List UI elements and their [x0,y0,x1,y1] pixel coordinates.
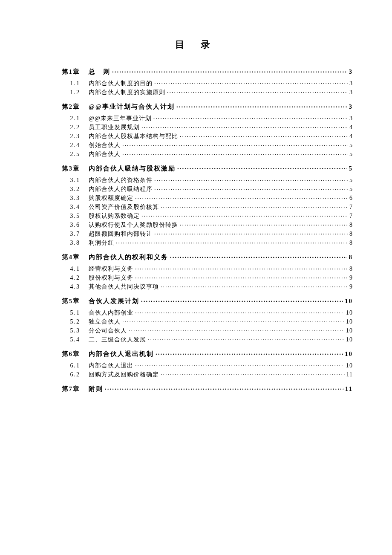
toc-entry-number: 3.7 [39,231,89,237]
toc-chapter-row: 第3章内部合伙人吸纳与股权激励5 [39,164,353,172]
toc-leader-dots [122,318,344,324]
toc-entry-label: 内部合伙人股权基本结构与配比 [89,133,180,139]
toc-sub-row: 3.4公司资产价值及股价核算7 [39,203,353,210]
toc-entry-label: 股权认购系数确定 [89,213,141,219]
toc-leader-dots [161,370,345,376]
toc-sub-row: 2.5内部合伙人5 [39,150,353,157]
toc-leader-dots [141,297,343,303]
toc-entry-page: 3 [348,81,353,87]
toc-chapter-row: 第1章总 则3 [39,67,353,75]
toc-entry-label: 分公司合伙人 [89,328,129,334]
toc-entry-page: 3 [348,90,353,95]
toc-entry-label: 回购方式及回购价格确定 [89,372,161,378]
toc-entry-page: 10 [344,310,353,316]
toc-leader-dots [135,194,348,200]
toc-leader-dots [116,239,348,245]
toc-sub-row: 6.1内部合伙人退出10 [39,361,353,369]
toc-leader-dots [135,309,344,315]
toc-chapter-row: 第2章@@事业计划与合伙人计划3 [39,102,353,110]
toc-entry-label: 公司资产价值及股价核算 [89,204,161,210]
toc-entry-page: 10 [344,363,353,369]
toc-leader-dots [105,384,343,391]
toc-entry-label: 内部合伙人制度的实施原则 [89,90,167,95]
toc-entry-number: 1.1 [39,81,89,87]
toc-entry-label: 超限额回购和内部转让 [89,231,154,237]
toc-entry-page: 8 [348,240,353,246]
toc-entry-number: 2.3 [39,133,89,139]
toc-entry-label: 合伙人发展计划 [89,298,141,304]
toc-entry-label: 创始合伙人 [89,142,122,148]
toc-sub-row: 4.3其他合伙人共同决议事项9 [39,283,353,290]
toc-entry-page: 5 [348,186,353,192]
toc-sub-row: 3.6认购权行使及个人奖励股份转换8 [39,221,353,228]
toc-entry-page: 11 [345,372,353,378]
toc-entry-label: 二、三级合伙人发展 [89,337,148,343]
toc-leader-dots [154,185,348,191]
toc-entry-label: 购股权额度确定 [89,195,135,201]
toc-entry-label: 内部合伙人的资格条件 [89,177,154,183]
toc-leader-dots [177,164,347,171]
toc-entry-label: 其他合伙人共同决议事项 [89,284,161,290]
toc-entry-label: @@事业计划与合伙人计划 [89,104,176,110]
toc-entry-label: 合伙人内部创业 [89,310,135,316]
toc-entry-page: 10 [344,319,353,325]
toc-sub-row: 3.1内部合伙人的资格条件5 [39,176,353,183]
toc-chapter-row: 第4章内部合伙人的权利和义务8 [39,253,353,260]
toc-sub-row: 5.1合伙人内部创业10 [39,309,353,316]
toc-entry-number: 3.3 [39,195,89,201]
toc-entry-page: 4 [348,133,353,139]
toc-entry-page: 10 [343,298,353,304]
toc-sub-row: 6.2回购方式及回购价格确定11 [39,370,353,378]
toc-sub-row: 3.5股权认购系数确定7 [39,212,353,219]
toc-leader-dots [167,88,348,94]
toc-entry-page: 5 [348,177,353,183]
toc-leader-dots [161,283,348,289]
toc-leader-dots [170,253,347,259]
toc-entry-label: 认购权行使及个人奖励股份转换 [89,222,180,228]
toc-entry-number: 2.2 [39,124,89,130]
toc-entry-label: 内部合伙人 [89,151,122,157]
toc-entry-page: 8 [347,254,353,260]
toc-entry-number: 4.2 [39,275,89,281]
toc-entry-number: 2.5 [39,151,89,157]
toc-leader-dots [161,203,348,209]
toc-entry-label: @@未来三年事业计划 [89,116,153,121]
toc-leader-dots [180,132,348,138]
toc-entry-number: 第2章 [39,104,89,110]
toc-leader-dots [156,350,343,356]
toc-entry-label: 员工职业发展规划 [89,124,141,130]
toc-entry-label: 利润分红 [89,240,116,246]
toc-leader-dots [153,114,348,120]
toc-entry-number: 3.8 [39,240,89,246]
toc-entry-number: 第1章 [39,69,89,75]
toc-entry-number: 4.1 [39,266,89,272]
toc-entry-page: 4 [348,124,353,130]
toc-entry-page: 6 [348,195,353,201]
toc-entry-label: 经营权利与义务 [89,266,135,272]
toc-chapter-row: 第6章内部合伙人退出机制10 [39,350,353,357]
toc-entry-label: 内部合伙人的权利和义务 [89,254,170,260]
toc-entry-number: 4.3 [39,284,89,290]
toc-entry-page: 11 [343,386,353,392]
toc-entry-number: 第6章 [39,351,89,357]
toc-leader-dots [141,123,348,129]
toc-sub-row: 3.2内部合伙人的吸纳程序5 [39,185,353,192]
toc-sub-row: 1.2内部合伙人制度的实施原则3 [39,88,353,95]
toc-leader-dots [176,102,347,109]
toc-entry-label: 内部合伙人吸纳与股权激励 [89,165,177,172]
toc-entry-page: 8 [348,231,353,237]
toc-sub-row: 4.2股份权利与义务9 [39,274,353,281]
toc-leader-dots [180,221,348,227]
toc-leader-dots [135,361,344,367]
toc-leader-dots [112,67,347,74]
toc-entry-number: 3.5 [39,213,89,219]
toc-leader-dots [122,141,348,147]
toc-entry-number: 1.2 [39,90,89,95]
toc-leader-dots [154,79,348,85]
toc-leader-dots [154,176,348,182]
toc-entry-label: 内部合伙人退出 [89,363,135,369]
toc-entry-number: 3.1 [39,177,89,183]
toc-entry-number: 5.1 [39,310,89,316]
toc-leader-dots [154,230,348,236]
toc-entry-page: 10 [344,337,353,343]
